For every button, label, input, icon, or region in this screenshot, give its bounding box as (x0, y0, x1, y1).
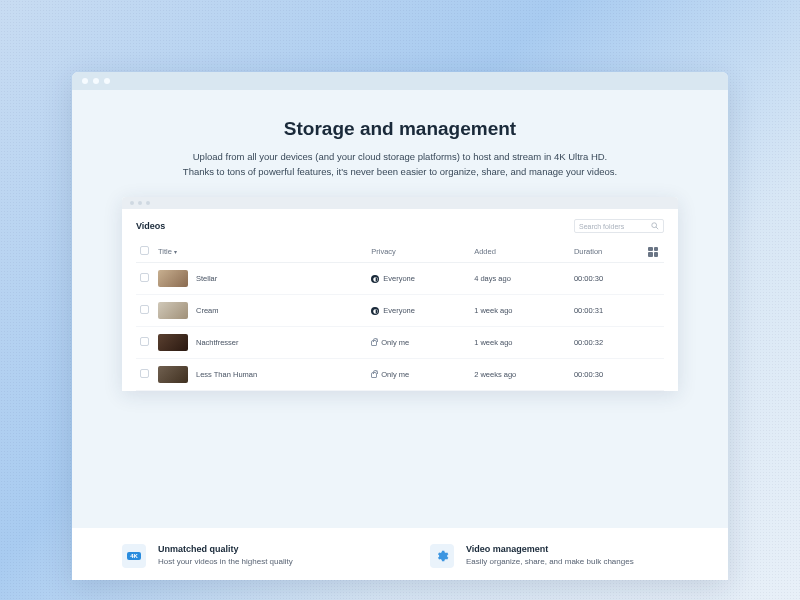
window-dot (104, 78, 110, 84)
duration-cell: 00:00:32 (570, 327, 644, 359)
hero-section: Storage and management Upload from all y… (72, 90, 728, 197)
column-duration[interactable]: Duration (570, 241, 644, 263)
window-dot (93, 78, 99, 84)
video-thumbnail[interactable] (158, 302, 188, 319)
privacy-label: Only me (381, 338, 409, 347)
inner-titlebar (122, 197, 678, 209)
video-title: Nachtfresser (196, 338, 239, 347)
table-row[interactable]: Cream◐Everyone1 week ago00:00:31 (136, 295, 664, 327)
table-row[interactable]: NachtfresserOnly me1 week ago00:00:32 (136, 327, 664, 359)
sort-indicator-icon: ▾ (174, 249, 177, 255)
inner-wrap: Videos Search folders Title▾ (72, 197, 728, 580)
window-dot (130, 201, 134, 205)
table-row[interactable]: Less Than HumanOnly me2 weeks ago00:00:3… (136, 359, 664, 391)
privacy-cell: ◐Everyone (371, 306, 466, 315)
row-checkbox[interactable] (140, 305, 149, 314)
svg-line-1 (656, 227, 658, 229)
features-row: 4K Unmatched quality Host your videos in… (72, 528, 728, 580)
videos-table: Title▾ Privacy Added Duration Stellar◐Ev… (136, 241, 664, 391)
table-row[interactable]: Stellar◐Everyone4 days ago00:00:30 (136, 263, 664, 295)
videos-panel: Videos Search folders Title▾ (122, 209, 678, 391)
svg-point-0 (652, 223, 657, 228)
feature-quality: 4K Unmatched quality Host your videos in… (122, 544, 370, 568)
feature-management: Video management Easily organize, share,… (430, 544, 678, 568)
feature-title: Unmatched quality (158, 544, 293, 554)
page-title: Storage and management (182, 118, 618, 140)
duration-cell: 00:00:30 (570, 263, 644, 295)
column-privacy[interactable]: Privacy (367, 241, 470, 263)
privacy-cell: ◐Everyone (371, 274, 466, 283)
video-thumbnail[interactable] (158, 334, 188, 351)
row-checkbox[interactable] (140, 369, 149, 378)
window-dot (82, 78, 88, 84)
feature-desc: Easily organize, share, and make bulk ch… (466, 557, 634, 566)
column-added[interactable]: Added (470, 241, 570, 263)
added-cell: 2 weeks ago (470, 359, 570, 391)
video-title: Stellar (196, 274, 217, 283)
privacy-cell: Only me (371, 370, 466, 379)
video-title: Less Than Human (196, 370, 257, 379)
column-title[interactable]: Title▾ (154, 241, 367, 263)
browser-window: Storage and management Upload from all y… (72, 72, 728, 580)
browser-titlebar (72, 72, 728, 90)
video-title: Cream (196, 306, 219, 315)
privacy-cell: Only me (371, 338, 466, 347)
added-cell: 1 week ago (470, 327, 570, 359)
globe-icon: ◐ (371, 275, 379, 283)
privacy-label: Everyone (383, 306, 415, 315)
duration-cell: 00:00:30 (570, 359, 644, 391)
video-manager-window: Videos Search folders Title▾ (122, 197, 678, 391)
search-input[interactable]: Search folders (574, 219, 664, 233)
select-all-checkbox[interactable] (140, 246, 149, 255)
window-dot (146, 201, 150, 205)
lock-icon (371, 340, 377, 346)
gear-icon (430, 544, 454, 568)
feature-desc: Host your videos in the highest quality (158, 557, 293, 566)
privacy-label: Only me (381, 370, 409, 379)
added-cell: 4 days ago (470, 263, 570, 295)
4k-badge-icon: 4K (122, 544, 146, 568)
added-cell: 1 week ago (470, 295, 570, 327)
window-dot (138, 201, 142, 205)
search-placeholder: Search folders (579, 223, 624, 230)
lock-icon (371, 372, 377, 378)
globe-icon: ◐ (371, 307, 379, 315)
row-checkbox[interactable] (140, 273, 149, 282)
privacy-label: Everyone (383, 274, 415, 283)
search-icon (651, 222, 659, 231)
duration-cell: 00:00:31 (570, 295, 644, 327)
panel-header: Videos Search folders (136, 219, 664, 233)
row-checkbox[interactable] (140, 337, 149, 346)
feature-title: Video management (466, 544, 634, 554)
panel-heading: Videos (136, 221, 165, 231)
grid-view-icon[interactable] (648, 247, 658, 257)
video-thumbnail[interactable] (158, 270, 188, 287)
video-thumbnail[interactable] (158, 366, 188, 383)
page-subtitle: Upload from all your devices (and your c… (182, 150, 618, 179)
